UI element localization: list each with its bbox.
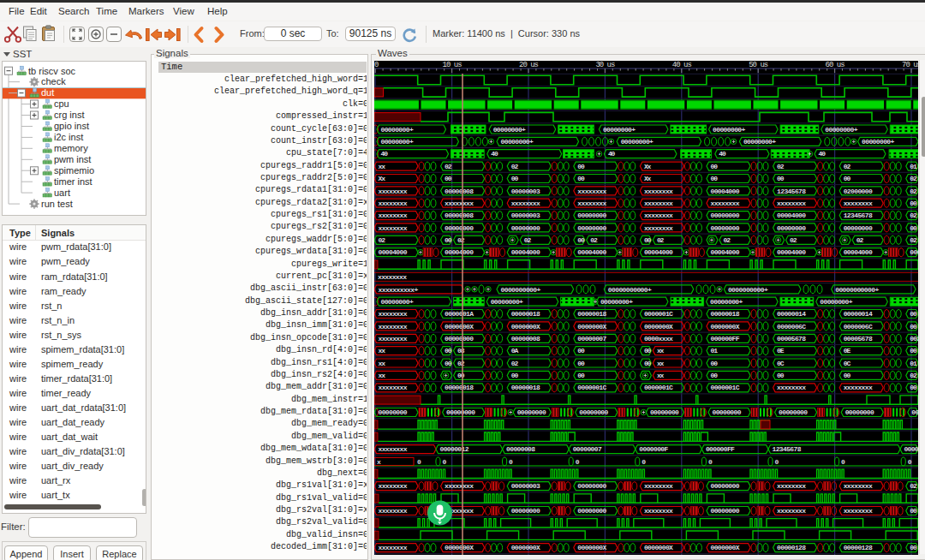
svg-text:00004000: 00004000 [711,248,740,256]
svg-text:40: 40 [491,150,498,158]
svg-text:00000000: 00000000 [445,224,474,232]
svg-text:00: 00 [910,224,917,232]
svg-text:00: 00 [711,360,719,367]
svg-text:40: 40 [719,150,726,158]
svg-text:xx: xx [379,360,386,367]
svg-text:00000000000+: 00000000000+ [835,286,879,294]
svg-text:0000000X: 0000000X [711,544,740,551]
svg-text:xxxxxxxx: xxxxxxxx [379,211,408,219]
svg-text:00: 00 [511,175,519,182]
svg-text:xxxxxxxx: xxxxxxxx [844,507,873,515]
svg-text:0C: 0C [844,360,851,367]
svg-text:02: 02 [590,236,598,244]
svg-text:00000000: 00000000 [577,507,606,515]
svg-text:02: 02 [777,163,785,170]
svg-text:00004000: 00004000 [644,248,673,256]
svg-text:00000000: 00000000 [844,224,873,232]
svg-text:00000000+: 00000000+ [820,298,852,306]
svg-text:00000007: 00000007 [573,445,602,453]
svg-text:00000000+: 00000000+ [603,126,636,134]
svg-text:01: 01 [711,347,719,354]
svg-text:xxxxxxxx: xxxxxxxx [844,384,873,391]
svg-text:00005678: 00005678 [777,335,806,343]
svg-text:0: 0 [509,458,513,466]
svg-text:02: 02 [844,163,851,170]
svg-text:0000001C: 0000001C [644,384,673,391]
svg-text:02: 02 [910,482,917,490]
svg-text:02: 02 [657,236,665,244]
svg-text:40: 40 [819,150,827,158]
svg-text:02000000: 02000000 [844,188,873,195]
svg-text:02: 02 [457,236,465,244]
svg-text:xx: xx [379,163,386,170]
svg-text:00000000+: 00000000+ [493,126,526,134]
svg-text:00: 00 [644,347,652,354]
svg-text:00: 00 [844,372,851,379]
svg-text:00000018: 00000018 [445,384,474,391]
svg-text:0: 0 [775,458,779,466]
svg-text:xxxxxxxx: xxxxxxxx [379,544,408,551]
svg-text:00004000: 00004000 [777,248,806,256]
svg-text:dut: dut [41,87,54,98]
svg-text:00000000: 00000000 [511,507,540,515]
svg-text:0000006C: 0000006C [777,323,806,331]
svg-text:00000014: 00000014 [844,310,873,318]
svg-text:0A: 0A [511,347,519,354]
svg-text:00: 00 [777,372,785,379]
svg-text:0: 0 [374,61,379,69]
svg-text:0000000X: 0000000X [577,544,606,551]
svg-text:00000000+: 00000000+ [621,138,653,146]
svg-text:0000001C: 0000001C [644,310,673,318]
svg-text:0: 0 [642,458,646,466]
svg-text:02: 02 [511,360,519,367]
svg-text:0000000F: 0000000F [639,445,668,453]
svg-text:02: 02 [724,236,731,244]
svg-text:12345678: 12345678 [844,211,873,219]
svg-text:02: 02 [445,163,452,170]
svg-text:00: 00 [511,372,519,379]
svg-text:00: 00 [577,163,585,170]
svg-text:timer inst: timer inst [54,176,92,187]
svg-text:00000000: 00000000 [711,224,740,232]
svg-text:00004000: 00004000 [910,248,918,256]
svg-text:xx: xx [657,347,665,354]
svg-text:000000FF: 000000FF [706,445,735,453]
svg-text:0000001A: 0000001A [445,310,474,318]
svg-text:12345678: 12345678 [773,445,802,453]
svg-text:xxxxxxxx: xxxxxxxx [379,445,408,453]
svg-text:00000000: 00000000 [777,224,806,232]
svg-text:0: 0 [417,458,421,466]
svg-text:xxxxxxxx: xxxxxxxx [379,310,408,318]
svg-text:00000000+: 00000000+ [713,126,745,134]
svg-text:00: 00 [777,175,785,182]
svg-text:0000006C: 0000006C [844,323,873,331]
svg-text:xxxxxxxx: xxxxxxxx [644,224,673,232]
svg-text:0000000X: 0000000X [577,323,606,331]
svg-text:xxxxxxxx: xxxxxxxx [379,482,408,490]
svg-text:00: 00 [445,360,452,367]
svg-text:0E: 0E [844,347,851,354]
svg-text:00000000+: 00000000+ [501,138,534,146]
svg-text:00004000: 00004000 [445,248,474,256]
svg-text:00000000+: 00000000+ [491,298,523,306]
svg-text:0000000X: 0000000X [445,323,474,331]
svg-text:00000000: 00000000 [577,482,606,490]
svg-text:0000000X: 0000000X [445,544,474,551]
svg-text:0000000X: 0000000X [511,544,540,551]
svg-text:00: 00 [910,544,917,551]
svg-text:00: 00 [577,175,585,182]
svg-text:00000000: 00000000 [517,408,546,416]
svg-text:00005678: 00005678 [844,335,873,343]
svg-text:00004000: 00004000 [844,248,873,256]
svg-text:02: 02 [457,360,465,367]
svg-text:02: 02 [910,236,917,244]
svg-text:02: 02 [524,236,532,244]
svg-text:0000000000+: 0000000000+ [728,286,768,294]
svg-text:00000128: 00000128 [844,544,873,551]
svg-text:xxxxxxxx: xxxxxxxx [777,200,806,207]
svg-text:00: 00 [577,360,585,367]
svg-text:00000000: 00000000 [379,408,408,416]
svg-text:xxxxxxxx: xxxxxxxx [644,211,673,219]
svg-text:00: 00 [445,236,452,244]
svg-text:xxxxxxxx: xxxxxxxx [378,273,407,281]
